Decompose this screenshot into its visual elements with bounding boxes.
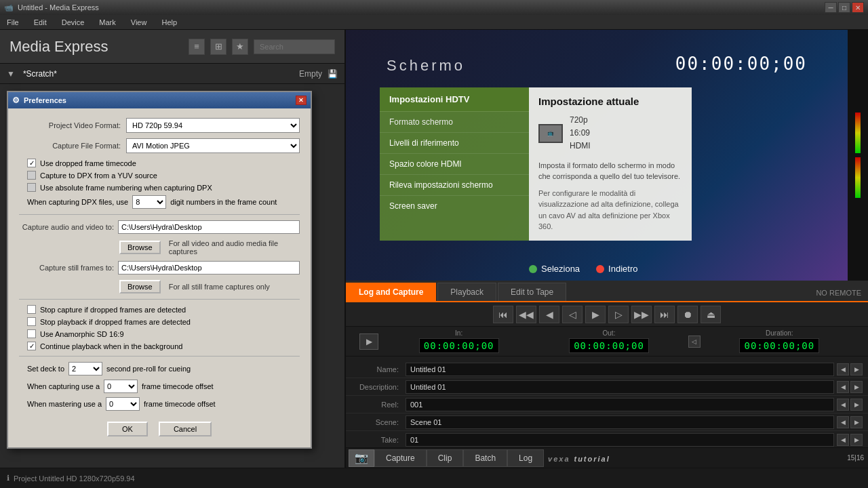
capture-av-row: Capture audio and video to:	[19, 220, 300, 234]
meta-label-scene: Scene:	[351, 418, 406, 426]
tutorial-text: tutorial	[574, 455, 610, 463]
meta-next-take[interactable]: ▶	[850, 434, 863, 446]
meta-prev-reel[interactable]: ◀	[837, 399, 849, 411]
record-button[interactable]: ⏺	[677, 306, 698, 323]
menu-item-formato[interactable]: Formato schermo	[380, 112, 529, 133]
dialog-content: Project Video Format: HD 720p 59.94 Capt…	[8, 108, 311, 447]
deck-preroll-select[interactable]: 2	[68, 362, 102, 375]
continue-playback-label: Continue playback when in the background	[40, 342, 182, 350]
list-view-button[interactable]: ≡	[189, 39, 205, 55]
dropped-frames-checkbox[interactable]	[27, 159, 36, 167]
abs-frame-checkbox[interactable]	[27, 183, 36, 192]
project-video-format-select[interactable]: HD 720p 59.94	[126, 118, 300, 133]
scratch-status: Empty	[299, 69, 322, 79]
eject-button[interactable]: ⏏	[701, 306, 721, 323]
tab-log-capture[interactable]: Log and Capture	[346, 283, 436, 301]
menu-item-rileva[interactable]: Rileva impostazioni schermo	[380, 175, 529, 196]
menu-view[interactable]: View	[128, 17, 150, 28]
capture-still-path[interactable]	[118, 261, 300, 274]
meta-input-take[interactable]	[406, 433, 834, 447]
menu-help[interactable]: Help	[159, 17, 180, 28]
deck-preroll-prefix: Set deck to	[27, 365, 64, 373]
mark-out-button[interactable]: ◁	[688, 336, 701, 348]
video-main: Schermo 00:00:00;00 Impostazioni HDTV Fo…	[346, 30, 848, 281]
indietro-dot	[596, 265, 604, 273]
browse-still-button[interactable]: Browse	[119, 280, 161, 293]
fast-fwd2-button[interactable]: ▶▶	[631, 306, 652, 323]
menu-file[interactable]: File	[4, 17, 22, 28]
tab-playback[interactable]: Playback	[437, 283, 496, 301]
camera-button[interactable]: 📷	[349, 449, 374, 467]
minimize-button[interactable]: ─	[825, 2, 837, 13]
cancel-button[interactable]: Cancel	[159, 422, 212, 436]
menu-edit[interactable]: Edit	[31, 17, 50, 28]
ok-button[interactable]: OK	[107, 422, 148, 436]
play-button[interactable]: ▶	[585, 306, 606, 323]
dropped-frames-row: Use dropped frame timecode	[27, 159, 300, 167]
play-in-button[interactable]: ▶	[359, 333, 378, 350]
dpx-digits-select[interactable]: 8	[132, 195, 166, 209]
meta-input-reel[interactable]	[406, 398, 834, 411]
browse-av-button[interactable]: Browse	[119, 241, 161, 254]
meta-input-description[interactable]	[406, 380, 834, 394]
menu-mark[interactable]: Mark	[96, 17, 118, 28]
capture-still-row: Capture still frames to:	[19, 261, 300, 274]
capturing-offset-select[interactable]: 0	[104, 380, 138, 393]
maximize-button[interactable]: □	[838, 2, 850, 13]
log-button[interactable]: Log	[507, 449, 544, 467]
menu-item-livelli[interactable]: Livelli di riferimento	[380, 133, 529, 154]
capture-still-label: Capture still frames to:	[19, 264, 114, 272]
fast-forward-button[interactable]: ▷	[608, 306, 629, 323]
meta-prev-description[interactable]: ◀	[837, 381, 849, 393]
separator-3	[19, 356, 300, 357]
meta-prev-name[interactable]: ◀	[837, 363, 849, 375]
search-input[interactable]	[254, 39, 335, 54]
stop-playback-row: Stop playback if dropped frames are dete…	[27, 317, 300, 326]
continue-playback-checkbox[interactable]	[27, 342, 36, 350]
abs-frame-label: Use absolute frame numbering when captur…	[40, 184, 212, 192]
go-to-start-button[interactable]: ⏮	[493, 306, 513, 323]
menu-item-spazio[interactable]: Spazio colore HDMI	[380, 154, 529, 175]
go-to-end-button[interactable]: ⏭	[654, 306, 675, 323]
capture-av-path[interactable]	[118, 220, 300, 234]
scratch-name: *Scratch*	[23, 69, 57, 79]
tab-edit-to-tape[interactable]: Edit to Tape	[498, 283, 566, 301]
batch-button[interactable]: Batch	[463, 449, 507, 467]
star-button[interactable]: ★	[232, 39, 248, 55]
dialog-close-button[interactable]: ✕	[296, 96, 307, 105]
capture-file-format-select[interactable]: AVI Motion JPEG	[126, 138, 300, 153]
seleziona-button[interactable]: Seleziona	[529, 264, 580, 274]
meta-prev-scene[interactable]: ◀	[837, 416, 849, 428]
grid-view-button[interactable]: ⊞	[210, 39, 226, 55]
menu-item-screensaver[interactable]: Screen saver	[380, 196, 529, 216]
meta-prev-take[interactable]: ◀	[837, 434, 849, 446]
dpx-yuv-checkbox[interactable]	[27, 171, 36, 180]
menu-device[interactable]: Device	[59, 17, 87, 28]
meta-next-name[interactable]: ▶	[850, 363, 863, 375]
indietro-button[interactable]: Indietro	[596, 264, 637, 274]
close-button[interactable]: ✕	[852, 2, 864, 13]
capture-button[interactable]: Capture	[374, 449, 427, 467]
vexa-text: vexa	[548, 455, 570, 463]
capturing-offset-prefix: When capturing use a	[27, 382, 100, 390]
stop-dropped-checkbox[interactable]	[27, 305, 36, 314]
meta-next-reel[interactable]: ▶	[850, 399, 863, 411]
in-label: In:	[455, 329, 462, 337]
anamorphic-checkbox[interactable]	[27, 329, 36, 338]
meta-input-scene[interactable]	[406, 415, 834, 429]
meta-input-name[interactable]	[406, 363, 834, 376]
main-toolbar: Media Express ≡ ⊞ ★	[0, 30, 344, 64]
meta-row-description: Description: ◀ ▶	[346, 378, 868, 396]
meta-next-description[interactable]: ▶	[850, 381, 863, 393]
browse-av-desc: For all video and audio media file captu…	[169, 239, 300, 256]
out-value: 00:00:00;00	[569, 338, 649, 353]
stop-playback-checkbox[interactable]	[27, 317, 36, 326]
rewind-button[interactable]: ◀	[539, 306, 559, 323]
clip-button[interactable]: Clip	[427, 449, 464, 467]
play-reverse-button[interactable]: ◁	[562, 306, 583, 323]
mastering-offset-select[interactable]: 0	[106, 397, 140, 411]
prev-frame-button[interactable]: ◀◀	[516, 306, 536, 323]
metadata-area: Name: ◀ ▶ Description: ◀ ▶ Reel: ◀	[346, 357, 868, 447]
right-bottom-bar: 📷 Capture Clip Batch Log vexa tutorial 1…	[346, 447, 868, 468]
meta-next-scene[interactable]: ▶	[850, 416, 863, 428]
